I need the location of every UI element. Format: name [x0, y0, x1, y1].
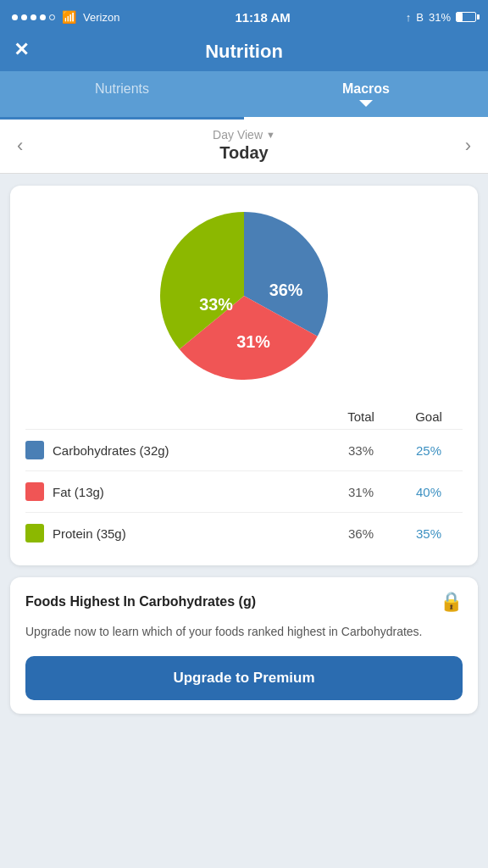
foods-header: Foods Highest In Carbohydrates (g) 🔒 [25, 591, 463, 613]
lock-icon: 🔒 [440, 591, 463, 613]
upgrade-button[interactable]: Upgrade to Premium [25, 656, 463, 700]
protein-percent-label: 36% [269, 281, 303, 299]
legend-row-fat: Fat (13g) 31% 40% [25, 470, 463, 512]
status-left: 📶 Verizon [12, 10, 119, 24]
battery-fill [457, 13, 463, 21]
pie-container: 33% 36% 31% [25, 203, 463, 389]
carbs-color-swatch [25, 441, 44, 459]
signal-dot-4 [40, 14, 46, 20]
carrier-label: Verizon [83, 11, 119, 24]
location-icon: ↑ [406, 11, 412, 24]
battery-icon [456, 12, 476, 22]
protein-label: Protein (35g) [53, 526, 327, 541]
tab-nutrients[interactable]: Nutrients [0, 71, 244, 117]
status-bar: 📶 Verizon 11:18 AM ↑ B 31% [0, 0, 488, 34]
signal-dot-1 [12, 14, 18, 20]
goal-header: Goal [395, 409, 463, 424]
fat-percent-label: 31% [236, 332, 270, 351]
status-right: ↑ B 31% [406, 11, 476, 24]
header: ✕ Nutrition [0, 34, 488, 71]
prev-day-button[interactable]: ‹ [0, 135, 40, 157]
carbs-total: 33% [327, 443, 395, 458]
day-nav: ‹ Day View ▼ Today › [0, 120, 488, 174]
tab-macros[interactable]: Macros [244, 71, 488, 120]
fat-color-swatch [25, 482, 44, 501]
legend: Total Goal Carbohydrates (32g) 33% 25% F… [25, 409, 463, 554]
day-nav-center: Day View ▼ Today [213, 128, 275, 163]
status-time: 11:18 AM [235, 10, 290, 25]
wifi-icon: 📶 [62, 10, 76, 24]
tabs-bar: Nutrients Macros [0, 71, 488, 120]
protein-color-swatch [25, 524, 44, 542]
carbs-percent-label: 33% [199, 295, 233, 314]
signal-dot-5 [49, 14, 55, 20]
macro-pie-chart: 33% 36% 31% [151, 203, 337, 389]
legend-row-protein: Protein (35g) 36% 35% [25, 512, 463, 554]
next-day-button[interactable]: › [448, 135, 488, 157]
day-view-label[interactable]: Day View ▼ [213, 128, 275, 142]
battery-percent: 31% [429, 11, 451, 24]
fat-goal: 40% [395, 485, 463, 499]
foods-card: Foods Highest In Carbohydrates (g) 🔒 Upg… [10, 577, 478, 714]
legend-row-carbs: Carbohydrates (32g) 33% 25% [25, 429, 463, 470]
fat-label: Fat (13g) [53, 485, 327, 499]
page-title: Nutrition [205, 41, 283, 71]
protein-goal: 35% [395, 526, 463, 541]
day-view-dropdown-icon: ▼ [266, 130, 275, 140]
total-header: Total [327, 409, 395, 424]
fat-total: 31% [327, 485, 395, 499]
foods-title: Foods Highest In Carbohydrates (g) [25, 594, 256, 609]
macro-card: 33% 36% 31% Total Goal Carbohydrates (32… [10, 186, 478, 565]
close-button[interactable]: ✕ [14, 39, 29, 61]
protein-total: 36% [327, 526, 395, 541]
current-day: Today [213, 143, 275, 163]
foods-description: Upgrade now to learn which of your foods… [25, 623, 463, 641]
signal-dot-3 [30, 14, 36, 20]
signal-dot-2 [21, 14, 27, 20]
carbs-label: Carbohydrates (32g) [53, 443, 327, 458]
bluetooth-icon: B [416, 11, 424, 24]
legend-header: Total Goal [25, 409, 463, 429]
main-content: 33% 36% 31% Total Goal Carbohydrates (32… [0, 174, 488, 726]
carbs-goal: 25% [395, 443, 463, 458]
